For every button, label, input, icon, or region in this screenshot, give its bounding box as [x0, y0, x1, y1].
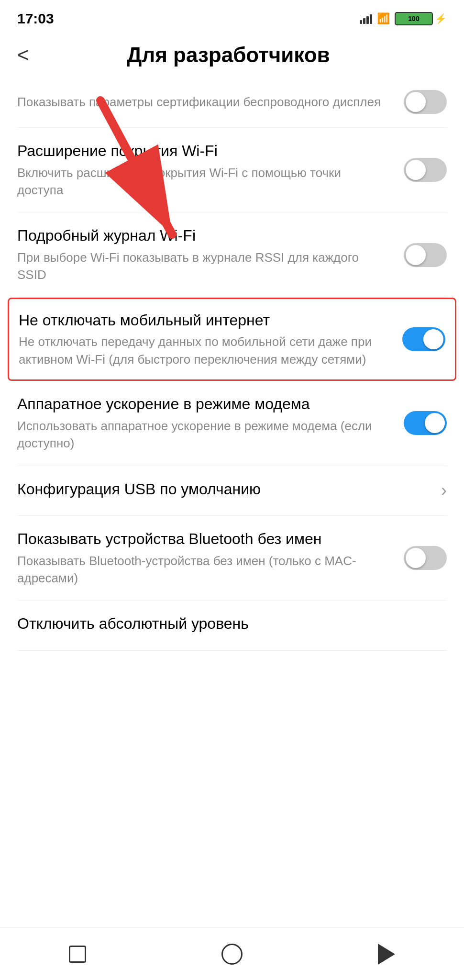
setting-item-wifi-log: Подробный журнал Wi-Fi При выборе Wi-Fi … — [17, 212, 447, 297]
setting-title-bluetooth-devices: Показывать устройства Bluetooth без имен — [17, 529, 389, 549]
setting-item-wifi-coverage: Расширение покрытия Wi-Fi Включить расши… — [17, 128, 447, 212]
setting-title-hardware-accel: Аппаратное ускорение в режиме модема — [17, 394, 389, 414]
toggle-wireless-display-cert[interactable] — [404, 90, 447, 114]
bolt-icon: ⚡ — [435, 13, 447, 24]
header: < Для разработчиков — [0, 33, 464, 72]
toggle-bluetooth-devices[interactable] — [404, 546, 447, 570]
toggle-wifi-coverage[interactable] — [404, 158, 447, 182]
nav-back-button[interactable] — [372, 940, 401, 969]
setting-item-bluetooth-devices: Показывать устройства Bluetooth без имен… — [17, 516, 447, 601]
setting-item-mobile-data: Не отключать мобильный интернет Не отклю… — [8, 298, 456, 381]
setting-content: Показывать параметры сертификации беспро… — [17, 93, 389, 111]
battery-container: 100 ⚡ — [395, 12, 447, 25]
home-icon — [221, 944, 243, 965]
setting-item-absolute-level: Отключить абсолютный уровень — [17, 601, 447, 651]
settings-list: Показывать параметры сертификации беспро… — [0, 77, 464, 651]
toggle-hardware-accel[interactable] — [404, 411, 447, 435]
back-icon — [378, 944, 395, 965]
toggle-thumb — [423, 329, 443, 349]
setting-title-wifi-log: Подробный журнал Wi-Fi — [17, 226, 389, 246]
toggle-thumb — [406, 160, 426, 180]
setting-title-wifi-coverage: Расширение покрытия Wi-Fi — [17, 141, 389, 161]
battery-percent: 100 — [408, 15, 419, 22]
setting-desc-wifi-coverage: Включить расширение покрытия Wi-Fi с пом… — [17, 164, 389, 199]
setting-content: Расширение покрытия Wi-Fi Включить расши… — [17, 141, 389, 199]
signal-icon — [360, 13, 372, 24]
battery-icon: 100 — [395, 12, 433, 25]
setting-desc-mobile-data: Не отключать передачу данных по мобильно… — [19, 333, 388, 368]
setting-item-usb-config[interactable]: Конфигурация USB по умолчанию › — [17, 466, 447, 516]
toggle-thumb — [425, 413, 445, 433]
chevron-right-icon: › — [441, 480, 447, 501]
setting-desc-hardware-accel: Использовать аппаратное ускорение в режи… — [17, 417, 389, 452]
setting-title-absolute-level: Отключить абсолютный уровень — [17, 614, 432, 634]
recents-icon — [69, 946, 86, 963]
nav-bar — [0, 927, 464, 980]
setting-desc-wireless-display-cert: Показывать параметры сертификации беспро… — [17, 93, 389, 111]
setting-content: Не отключать мобильный интернет Не отклю… — [19, 311, 388, 368]
toggle-thumb — [406, 245, 426, 265]
toggle-wifi-log[interactable] — [404, 243, 447, 267]
status-icons: 📶 100 ⚡ — [360, 12, 447, 25]
setting-item-wireless-display-cert: Показывать параметры сертификации беспро… — [17, 77, 447, 128]
setting-content: Отключить абсолютный уровень — [17, 614, 432, 637]
setting-title-mobile-data: Не отключать мобильный интернет — [19, 311, 388, 331]
setting-desc-bluetooth-devices: Показывать Bluetooth-устройства без имен… — [17, 552, 389, 587]
toggle-mobile-data[interactable] — [402, 327, 445, 351]
back-button[interactable]: < — [17, 45, 29, 65]
status-time: 17:03 — [17, 11, 54, 27]
nav-home-button[interactable] — [218, 940, 246, 969]
setting-content: Подробный журнал Wi-Fi При выборе Wi-Fi … — [17, 226, 389, 283]
setting-item-hardware-accel: Аппаратное ускорение в режиме модема Исп… — [17, 381, 447, 466]
toggle-thumb — [406, 548, 426, 568]
nav-recents-button[interactable] — [63, 940, 92, 969]
toggle-thumb — [406, 92, 426, 112]
setting-title-usb-config: Конфигурация USB по умолчанию — [17, 479, 427, 500]
setting-content: Аппаратное ускорение в режиме модема Исп… — [17, 394, 389, 452]
status-bar: 17:03 📶 100 ⚡ — [0, 0, 464, 33]
wifi-icon: 📶 — [377, 12, 390, 25]
setting-content: Показывать устройства Bluetooth без имен… — [17, 529, 389, 587]
setting-desc-wifi-log: При выборе Wi-Fi показывать в журнале RS… — [17, 249, 389, 284]
page-title: Для разработчиков — [39, 43, 418, 67]
setting-content: Конфигурация USB по умолчанию — [17, 479, 427, 502]
main-content: Показывать параметры сертификации беспро… — [0, 77, 464, 708]
